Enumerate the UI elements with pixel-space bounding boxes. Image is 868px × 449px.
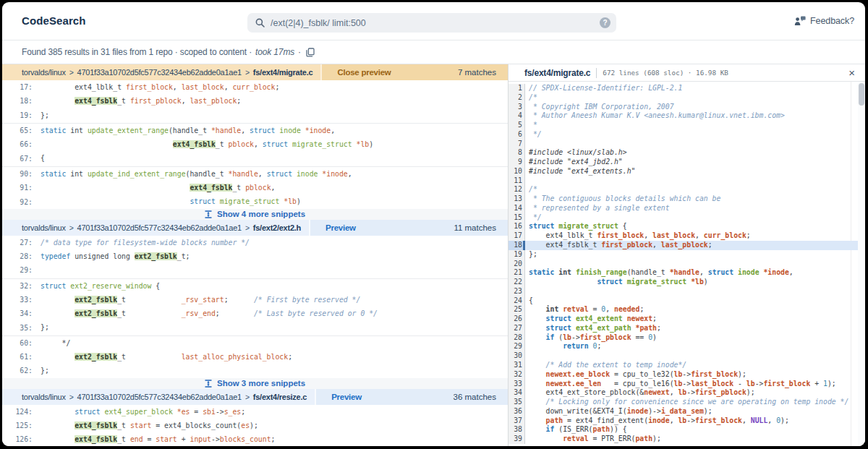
snippet-line[interactable]: 91: ext4_fsblk_t pblock, (2, 181, 508, 194)
preview-line-selected[interactable]: 18 ext4_fsblk_t first_pblock, last_pbloc… (509, 241, 858, 250)
preview-line[interactable]: 25 int retval = 0, needed; (509, 305, 858, 315)
preview-line[interactable]: 26 struct ext4_extent newext; (509, 315, 858, 324)
preview-line[interactable]: 19}; (509, 250, 858, 260)
snippet-line[interactable]: 61: ext2_fsblk_t last_alloc_physical_blo… (2, 350, 508, 364)
preview-line[interactable]: 32 newext.ee_block = cpu_to_le32(lb->fir… (509, 370, 858, 380)
snippet-line[interactable]: 65:static int update_extent_range(handle… (2, 124, 508, 137)
snippet-line[interactable]: 28:typedef unsigned long ext2_fsblk_t; (2, 249, 508, 263)
code-token: *handle (670, 268, 699, 276)
snippet-line[interactable]: 32:struct ext2_reserve_window { (2, 279, 508, 293)
snippet-line[interactable]: 29: (2, 263, 508, 277)
snippet-line[interactable]: 67:{ (2, 151, 508, 165)
copy-results-button[interactable] (306, 48, 315, 57)
preview-line[interactable]: 29 return 0; (509, 342, 858, 351)
code-token: = (190, 408, 203, 416)
snippet-line[interactable]: 17: ext4_lblk_t first_block, last_block,… (2, 80, 508, 94)
preview-line[interactable]: 10#include "ext4_extents.h" (509, 167, 858, 176)
snippet-line[interactable]: 125: ext4_fsblk_t start = ext4_blocks_co… (2, 419, 508, 432)
preview-line[interactable]: 13 * The contiguous blocks details which… (509, 194, 858, 204)
preview-line[interactable]: 1// SPDX-License-Identifier: LGPL-2.1 (509, 84, 858, 93)
code-token: /* (529, 93, 537, 101)
feedback-link[interactable]: Feedback? (794, 16, 854, 26)
preview-scrollbar-track[interactable] (858, 82, 865, 446)
preview-line[interactable]: 2/* (509, 93, 858, 103)
search-help-icon[interactable]: ? (600, 17, 610, 28)
code-token: _t (117, 422, 130, 429)
preview-line[interactable]: 15 */ (509, 213, 858, 223)
preview-line[interactable]: 27 struct ext4_ext_path *path; (509, 324, 858, 333)
snippet-line[interactable]: 19:}; (2, 108, 508, 122)
code-token: , (670, 388, 678, 396)
show-more-snippets-button[interactable]: Show 4 more snippets (2, 209, 508, 220)
snippet-line[interactable]: 33: ext2_fsblk_t _rsv_start; /* First by… (2, 293, 508, 307)
preview-button[interactable]: Preview (326, 223, 356, 232)
code-token: *inode (305, 127, 331, 134)
preview-line[interactable]: 20 (509, 260, 858, 269)
preview-line[interactable]: 6 */ (509, 130, 858, 140)
snippet-line[interactable]: 90:static int update_ind_extent_range(ha… (2, 167, 508, 181)
snippet-line[interactable]: 92: struct migrate_struct *lb) (2, 194, 508, 208)
preview-code-line: struct migrate_struct { (525, 222, 858, 231)
code-token: /* Add the extent to temp inode*/ (546, 361, 687, 369)
code-token: _t (232, 184, 245, 192)
code-token: + (810, 380, 823, 388)
code-token: _rsv_start (182, 296, 224, 304)
preview-line[interactable]: 9#include "ext4_jbd2.h" (509, 158, 858, 167)
preview-line-number: 13 (509, 194, 525, 204)
preview-scrollbar-thumb[interactable] (859, 83, 864, 106)
code-token: unsigned long (70, 252, 134, 260)
code-token: (handle_t (186, 170, 229, 178)
preview-line[interactable]: 14 * represented by a single extent (509, 204, 858, 213)
preview-line[interactable]: 28 if (lb->first_pblock == 0) (509, 333, 858, 343)
preview-line[interactable]: 36 down_write(&EXT4_I(inode)->i_data_sem… (509, 407, 858, 416)
preview-line[interactable]: 39 retval = PTR_ERR(path); (509, 435, 858, 444)
preview-line[interactable]: 4 * Author Aneesh Kumar K.V <aneesh.kuma… (509, 111, 858, 121)
preview-line[interactable]: 30 (509, 351, 858, 361)
preview-line[interactable]: 3 * Copyright IBM Corporation, 2007 (509, 103, 858, 112)
preview-line[interactable]: 24{ (509, 296, 858, 306)
snippet-line[interactable]: 18: ext4_fsblk_t first_pblock, last_pblo… (2, 94, 508, 108)
snippet-line[interactable]: 124: struct ext4_super_block *es = sbi->… (2, 405, 508, 419)
show-more-snippets-button[interactable]: Show 3 more snippets (2, 378, 508, 389)
preview-line[interactable]: 17 ext4_lblk_t first_block, last_block, … (509, 231, 858, 241)
preview-line[interactable]: 12/* (509, 185, 858, 194)
preview-line-number: 30 (509, 351, 525, 361)
preview-line[interactable]: 37 path = ext4_find_extent(inode, lb->fi… (509, 416, 858, 426)
preview-button[interactable]: Preview (331, 393, 362, 401)
snippet-line[interactable]: 60: */ (2, 336, 508, 350)
snippet-line[interactable]: 35:}; (2, 320, 508, 334)
preview-line[interactable]: 5 * (509, 121, 858, 130)
snippet-line[interactable]: 27:/* data type for filesystem-wide bloc… (2, 236, 508, 249)
preview-line[interactable]: 33 newext.ee_len = cpu_to_le16(lb->last_… (509, 380, 858, 389)
code-token: ; (241, 408, 245, 416)
preview-line[interactable]: 34 ext4_ext_store_pblock(&newext, lb->fi… (509, 388, 858, 398)
code-token: ( (554, 333, 563, 341)
preview-line[interactable]: 22 struct migrate_struct *lb) (509, 278, 858, 287)
code-line: ext2_fsblk_t _rsv_start; /* First byte r… (41, 293, 360, 307)
code-line: ext4_lblk_t first_block, last_block, cur… (41, 80, 279, 94)
search-input[interactable] (271, 18, 600, 28)
preview-line[interactable]: 21static int finish_range(handle_t *hand… (509, 268, 858, 278)
preview-line[interactable]: 7 (509, 140, 858, 149)
search-box[interactable]: ? (247, 13, 616, 33)
snippet-line[interactable]: 126: ext4_fsblk_t end = start + input->b… (2, 432, 508, 446)
code-token: /* First byte reserved */ (254, 296, 360, 304)
preview-line[interactable]: 38 if (IS_ERR(path)) { (509, 425, 858, 435)
preview-close-button[interactable]: × (848, 67, 855, 78)
preview-line[interactable]: 16struct migrate_struct { (509, 222, 858, 231)
preview-line[interactable]: 35 /* Locking only for convenience since… (509, 398, 858, 407)
preview-header: fs/ext4/migrate.c 672 lines (608 sloc) ·… (509, 64, 865, 82)
breadcrumb-separator: > (245, 223, 250, 232)
snippet-line[interactable]: 34: ext2_fsblk_t _rsv_end; /* Last byte … (2, 307, 508, 320)
snippet-line[interactable]: 62:}; (2, 364, 508, 377)
preview-line[interactable]: 8#include <linux/slab.h> (509, 148, 858, 158)
code-token: migrate_struct (627, 278, 687, 286)
line-number: 33: (2, 296, 33, 304)
snippet-line[interactable]: 66: ext4_fsblk_t pblock, struct migrate_… (2, 137, 508, 151)
close-preview-button[interactable]: Close preview (337, 68, 391, 77)
preview-line[interactable]: 31 /* Add the extent to temp inode*/ (509, 361, 858, 370)
code-token: ) (704, 278, 708, 286)
result-file-path: torvalds/linux>4701f33a10702d5fc577c3243… (2, 220, 309, 236)
preview-line[interactable]: 23 (509, 287, 858, 296)
preview-line[interactable]: 11 (509, 176, 858, 186)
